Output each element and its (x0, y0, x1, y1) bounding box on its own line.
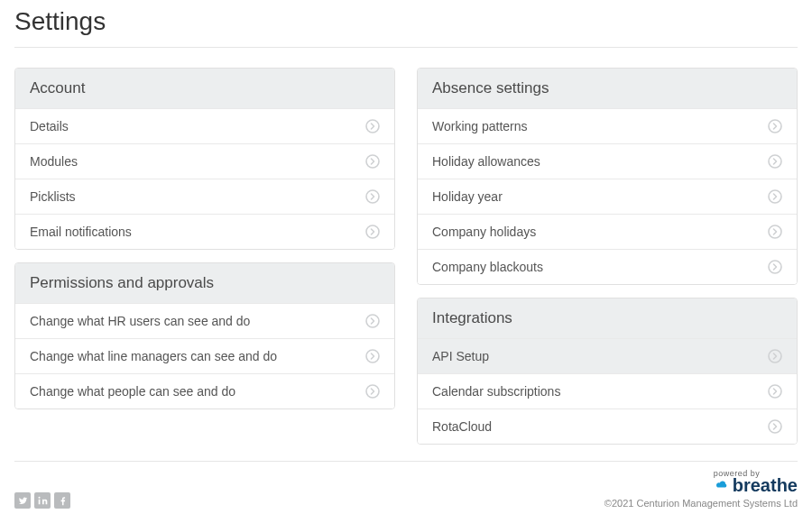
facebook-icon[interactable] (54, 492, 70, 509)
item-details[interactable]: Details (15, 108, 394, 143)
svg-point-8 (769, 155, 781, 168)
svg-point-6 (366, 385, 379, 398)
arrow-right-circle-icon (768, 119, 782, 133)
arrow-right-circle-icon (365, 314, 380, 328)
item-calendar-subscriptions[interactable]: Calendar subscriptions (418, 373, 797, 408)
item-hr-users[interactable]: Change what HR users can see and do (15, 303, 394, 338)
svg-point-2 (366, 190, 379, 203)
arrow-right-circle-icon (768, 154, 782, 169)
arrow-right-circle-icon (768, 419, 782, 434)
item-picklists[interactable]: Picklists (15, 179, 394, 214)
svg-point-13 (769, 385, 781, 398)
powered-by-breathe: powered by breathe (604, 469, 798, 494)
arrow-right-circle-icon (365, 154, 380, 169)
item-label: Details (30, 119, 69, 133)
arrow-right-circle-icon (365, 384, 380, 399)
divider (14, 47, 798, 48)
arrow-right-circle-icon (365, 225, 380, 239)
item-label: Company holidays (432, 225, 536, 239)
svg-point-12 (769, 350, 781, 363)
arrow-right-circle-icon (365, 349, 380, 363)
cloud-icon (714, 480, 730, 491)
col-left: Account Details Modules Picklists (14, 68, 395, 457)
item-rotacloud[interactable]: RotaCloud (418, 408, 797, 444)
panel-absence: Absence settings Working patterns Holida… (417, 68, 798, 285)
svg-point-10 (769, 225, 781, 238)
arrow-right-circle-icon (768, 349, 782, 363)
col-right: Absence settings Working patterns Holida… (417, 68, 798, 457)
panel-absence-heading: Absence settings (418, 69, 797, 108)
item-company-holidays[interactable]: Company holidays (418, 214, 797, 249)
social-links (14, 492, 70, 509)
breathe-brand-text: breathe (733, 476, 798, 494)
linkedin-icon[interactable] (34, 492, 51, 509)
item-line-managers[interactable]: Change what line managers can see and do (15, 338, 394, 373)
panel-integrations: Integrations API Setup Calendar subscrip… (417, 298, 798, 445)
panel-permissions: Permissions and approvals Change what HR… (14, 262, 395, 409)
item-label: Company blackouts (432, 260, 543, 274)
svg-point-3 (366, 225, 379, 238)
svg-point-5 (366, 350, 379, 363)
item-holiday-allowances[interactable]: Holiday allowances (418, 143, 797, 179)
item-modules[interactable]: Modules (15, 143, 394, 179)
svg-point-11 (769, 261, 781, 273)
svg-point-9 (769, 190, 781, 203)
item-label: Change what line managers can see and do (30, 349, 277, 363)
item-holiday-year[interactable]: Holiday year (418, 179, 797, 214)
arrow-right-circle-icon (768, 260, 782, 274)
arrow-right-circle-icon (365, 119, 380, 133)
svg-point-14 (769, 420, 781, 433)
footer: powered by breathe ©2021 Centurion Manag… (0, 455, 812, 514)
panel-permissions-heading: Permissions and approvals (15, 263, 394, 303)
svg-point-4 (366, 315, 379, 327)
columns: Account Details Modules Picklists (0, 68, 812, 457)
copyright: ©2021 Centurion Management Systems Ltd (604, 498, 798, 509)
arrow-right-circle-icon (768, 189, 782, 204)
svg-point-7 (769, 120, 781, 133)
item-label: Modules (30, 154, 78, 169)
item-working-patterns[interactable]: Working patterns (418, 108, 797, 143)
arrow-right-circle-icon (768, 384, 782, 399)
item-label: Email notifications (30, 225, 132, 239)
item-label: Holiday year (432, 189, 503, 204)
panel-account-heading: Account (15, 69, 394, 108)
item-label: Change what people can see and do (30, 384, 235, 399)
svg-point-0 (366, 120, 379, 133)
panel-account: Account Details Modules Picklists (14, 68, 395, 250)
item-label: API Setup (432, 349, 489, 363)
item-people[interactable]: Change what people can see and do (15, 373, 394, 408)
item-company-blackouts[interactable]: Company blackouts (418, 249, 797, 284)
arrow-right-circle-icon (365, 189, 380, 204)
footer-divider (14, 461, 798, 462)
item-label: Calendar subscriptions (432, 384, 560, 399)
item-email-notifications[interactable]: Email notifications (15, 214, 394, 249)
twitter-icon[interactable] (14, 492, 31, 509)
svg-point-1 (366, 155, 379, 168)
page-title: Settings (0, 0, 812, 47)
panel-integrations-heading: Integrations (418, 298, 797, 338)
item-label: Working patterns (432, 119, 528, 133)
arrow-right-circle-icon (768, 225, 782, 239)
breathe-logo: breathe (714, 476, 798, 494)
footer-right: powered by breathe ©2021 Centurion Manag… (604, 469, 798, 509)
item-label: Picklists (30, 189, 76, 204)
item-api-setup[interactable]: API Setup (418, 338, 797, 373)
item-label: Holiday allowances (432, 154, 540, 169)
item-label: Change what HR users can see and do (30, 314, 250, 328)
item-label: RotaCloud (432, 419, 492, 434)
